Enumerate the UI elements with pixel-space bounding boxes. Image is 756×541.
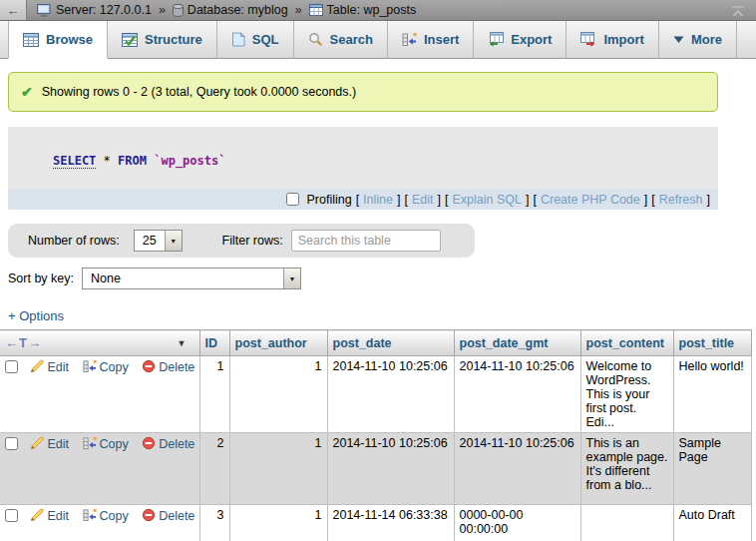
chevron-down-icon [673,36,684,44]
delete-action[interactable]: Delete [142,509,194,523]
export-icon [488,32,504,47]
cell-post-content [580,505,673,541]
row-checkbox[interactable] [5,509,18,522]
bracket: ] [397,193,400,207]
breadcrumb-server[interactable]: Server: 127.0.0.1 [37,3,152,17]
options-toggle-link[interactable]: + Options [8,308,64,323]
copy-icon [83,508,97,522]
tab-search[interactable]: Search [294,21,388,58]
header-id[interactable]: ID [199,330,229,356]
select-caret-icon: ▼ [165,231,182,251]
tab-sql-label: SQL [252,32,279,47]
breadcrumb-server-label: Server: 127.0.0.1 [56,3,152,17]
cell-post-content: Welcome to WordPress. This is your first… [580,356,673,433]
sort-by-key-row: Sort by key: None ▼ [8,268,756,289]
tab-browse-label: Browse [46,32,93,47]
collapse-panel-button[interactable] [730,4,746,22]
cell-post-author: 1 [229,505,327,541]
bracket: ] [707,193,710,207]
bracket: [ [356,193,359,207]
breadcrumb-database[interactable]: Database: myblog [173,3,288,17]
explain-sql-link[interactable]: Explain SQL [452,193,521,207]
back-arrow-button[interactable]: ← [0,0,27,20]
edit-action[interactable]: Edit [30,509,69,523]
breadcrumb-separator: » [295,3,302,17]
header-post-title[interactable]: post_title [673,330,751,356]
sql-table-identifier: `wp_posts` [154,154,225,168]
query-links-bar: Profiling [ Inline ] [ Edit ] [ Explain … [8,189,718,210]
delete-action[interactable]: Delete [142,360,194,374]
create-php-code-link[interactable]: Create PHP Code [541,193,640,207]
sort-key-value: None [83,269,283,288]
query-box: SELECT * FROM `wp_posts` Profiling [ Inl… [8,127,718,210]
tab-structure-label: Structure [145,32,202,47]
delete-link: Delete [159,360,194,374]
edit-link: Edit [47,360,69,374]
cell-post-date-gmt: 2014-11-10 10:25:06 [454,356,580,433]
bracket: ] [438,193,441,207]
delete-action[interactable]: Delete [142,437,194,451]
tab-import[interactable]: Import [567,21,658,58]
sort-key-select[interactable]: None ▼ [82,268,301,289]
header-post-date[interactable]: post_date [327,330,454,356]
profiling-checkbox[interactable] [286,193,299,206]
delete-link: Delete [159,437,194,451]
edit-action[interactable]: Edit [30,437,69,451]
tab-more[interactable]: More [659,21,737,58]
with-selected-caret-icon[interactable]: ▼ [178,338,194,348]
tab-export[interactable]: Export [474,21,567,58]
edit-query-link[interactable]: Edit [412,193,434,207]
tab-import-label: Import [603,32,643,47]
database-icon [173,4,184,17]
delete-icon [142,508,156,522]
edit-action[interactable]: Edit [30,360,69,374]
header-post-author[interactable]: post_author [229,330,327,356]
tab-structure[interactable]: Structure [108,21,217,58]
status-message-text: Showing rows 0 - 2 (3 total, Query took … [42,85,356,99]
cell-post-author: 1 [229,356,327,433]
copy-link: Copy [100,360,129,374]
server-icon [37,4,52,17]
copy-link: Copy [100,437,129,451]
tab-more-label: More [691,32,722,47]
bracket: [ [404,193,407,207]
delete-link: Delete [159,509,194,523]
copy-action[interactable]: Copy [83,437,129,451]
breadcrumb: Server: 127.0.0.1 » Database: myblog » T… [27,0,416,20]
header-post-content[interactable]: post_content [580,330,673,356]
pencil-icon [30,359,44,373]
collapse-icon [730,6,746,18]
copy-icon [83,359,97,373]
filter-rows-input[interactable] [291,230,441,252]
tab-insert-label: Insert [424,32,459,47]
inline-link[interactable]: Inline [363,193,393,207]
breadcrumb-table[interactable]: Table: wp_posts [309,3,417,17]
cell-post-author: 1 [229,433,327,505]
bracket: [ [445,193,448,207]
cell-post-date-gmt: 0000-00-00 00:00:00 [454,505,580,541]
rows-per-page-select[interactable]: 25 ▼ [134,230,183,252]
row-actions-cell: Edit Copy Delete [0,433,199,505]
sql-keyword-from: FROM [118,154,147,168]
table-header-row: ←T→ ▼ ID post_author post_date post_date… [0,330,751,356]
row-checkbox[interactable] [5,437,18,450]
header-post-date-gmt[interactable]: post_date_gmt [454,330,580,356]
tab-insert[interactable]: Insert [388,21,474,58]
refresh-link[interactable]: Refresh [659,193,703,207]
delete-icon [142,436,156,450]
sql-keyword-select[interactable]: SELECT [53,154,96,169]
copy-action[interactable]: Copy [83,360,129,374]
tab-browse[interactable]: Browse [8,21,108,59]
copy-icon [83,436,97,450]
copy-action[interactable]: Copy [83,509,129,523]
copy-link: Copy [100,509,129,523]
rows-per-page-value: 25 [135,231,165,251]
cell-post-title: Sample Page [673,433,751,505]
table-icon [309,4,323,16]
column-nav-icon[interactable]: ←T→ [5,335,42,350]
profiling-label: Profiling [306,193,351,207]
insert-icon [402,32,417,47]
row-checkbox[interactable] [5,360,18,373]
main-content: ✔ Showing rows 0 - 2 (3 total, Query too… [0,59,756,541]
tab-sql[interactable]: SQL [217,21,294,58]
